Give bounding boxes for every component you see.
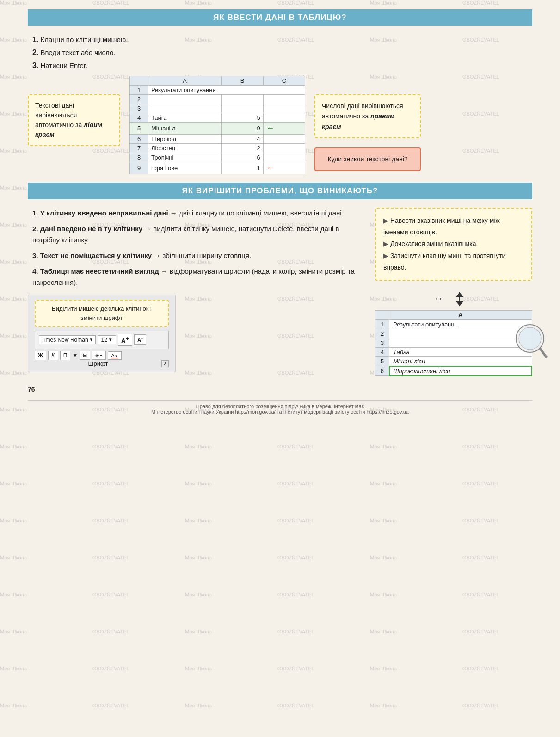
arrow-step-1: Навести вказівник миші на межу між імена… <box>383 215 524 238</box>
table-row: 3 <box>375 338 532 347</box>
font-size-input[interactable]: 12 ▼ <box>98 335 116 344</box>
table-row: 3 <box>130 104 305 113</box>
font-size-value: 12 <box>101 337 107 343</box>
problems-list: 1. У клітинку введено неправильні дані →… <box>28 208 361 288</box>
italic-button[interactable]: К <box>48 351 58 360</box>
intro-steps: 1. Клацни по клітинці мишею. 2. Введи те… <box>28 34 532 71</box>
col-header-empty <box>130 76 148 86</box>
table-row-highlighted: 5 Мішані л 9 ← <box>130 123 305 135</box>
page-content: ЯК ВВЕСТИ ДАНІ В ТАБЛИЦЮ? 1. Клацни по к… <box>0 0 560 424</box>
table-row: 1 Результати опитування <box>130 86 305 95</box>
magnifier-icon <box>509 321 551 362</box>
problem-item-1: 1. У клітинку введено неправильні дані →… <box>32 208 361 219</box>
spreadsheet1-wrapper: A B C 1 Результати опитування 2 <box>129 76 305 174</box>
font-callout-text: Виділити мишею декілька клітинок і зміни… <box>52 305 152 321</box>
font-label-text: Шрифт <box>35 360 161 367</box>
border-button[interactable]: ⊞ <box>80 351 90 360</box>
resize-cursor-svg <box>446 290 474 308</box>
svg-line-5 <box>540 349 546 357</box>
font-dialog-icon[interactable]: ↗ <box>161 360 169 367</box>
bold-button[interactable]: Ж <box>35 351 46 360</box>
font-size-arrow-icon: ▼ <box>108 337 113 342</box>
table-row: 5 Мішані ліси <box>375 356 532 366</box>
svg-marker-2 <box>456 301 463 306</box>
svg-point-4 <box>519 327 541 350</box>
arrow-step-3: Затиснути клавішу миші та протягнути впр… <box>383 250 524 273</box>
resize-arrows-indicator: ↔ <box>375 290 532 308</box>
section2-header: ЯК ВИРІШИТИ ПРОБЛЕМИ, ЩО ВИНИКАЮТЬ? <box>28 183 532 199</box>
section1-header: ЯК ВВЕСТИ ДАНІ В ТАБЛИЦЮ? <box>28 9 532 26</box>
dropdown-arrow-icon: ▼ <box>89 337 94 342</box>
problems-list-area: 1. У клітинку введено неправильні дані →… <box>28 208 361 376</box>
font-selector-box: Виділити мишею декілька клітинок і зміни… <box>28 295 176 372</box>
col-header-c: C <box>263 76 305 86</box>
underline-button[interactable]: П <box>60 351 71 360</box>
callout-missing-text-label: Куди зникли текстові дані? <box>327 155 407 163</box>
font-name-dropdown[interactable]: Times New Roman ▼ <box>39 335 96 344</box>
table-row: 2 <box>375 329 532 338</box>
section1-content: Текстові дані вирівнюються автоматично з… <box>28 76 532 174</box>
font-size-increase-button[interactable]: A+ <box>118 334 132 346</box>
problems-right-area: Навести вказівник миші на межу між імена… <box>375 208 532 376</box>
footer: Право для безоплатного розміщення підруч… <box>28 400 532 415</box>
step3: 3. Натисни Enter. <box>32 60 532 71</box>
col-header-b: B <box>222 76 263 86</box>
table-row: 2 <box>130 95 305 104</box>
table-row: 7 Лісостеп 2 <box>130 144 305 153</box>
footer-line2: Міністерство освіти і науки України http… <box>28 409 532 415</box>
font-color-button[interactable]: A▼ <box>108 351 121 360</box>
spreadsheet1: A B C 1 Результати опитування 2 <box>129 76 305 174</box>
spreadsheet2: A 1 Результати опитуванн... 2 <box>375 310 532 376</box>
callout-right-area: Числові дані вирівнюються автоматично за… <box>314 76 421 171</box>
font-toolbar-row2: Ж К П ▼ ⊞ ◈▼ A▼ <box>35 351 169 360</box>
step1: 1. Клацни по клітинці мишею. <box>32 34 532 45</box>
font-callout-label: Виділити мишею декілька клітинок і зміни… <box>35 300 169 327</box>
callout-missing-text: Куди зникли текстові дані? <box>314 147 421 171</box>
arrow-step-2: Дочекатися зміни вказівника. <box>383 238 524 250</box>
table-row: 9 гора Гове 1 ← <box>130 162 305 174</box>
fill-color-button[interactable]: ◈▼ <box>92 351 106 360</box>
problem-item-2: 2. Дані введено не в ту клітинку → виділ… <box>32 223 361 246</box>
font-name-value: Times New Roman <box>41 337 88 343</box>
col-header-empty2 <box>375 310 389 319</box>
problem-item-4: 4. Таблиця має неестетичний вигляд → від… <box>32 266 361 288</box>
callout-left-text: Текстові дані вирівнюються автоматично з… <box>35 102 102 138</box>
table-row: 4 Тайга 5 <box>130 113 305 123</box>
section2-title: ЯК ВИРІШИТИ ПРОБЛЕМИ, ЩО ВИНИКАЮТЬ? <box>182 186 378 195</box>
col-header-a: A <box>148 76 222 86</box>
page-number: 76 <box>28 386 532 393</box>
table-row: 8 Тропічні 6 <box>130 153 305 162</box>
step2: 2. Введи текст або число. <box>32 47 532 58</box>
problems-content: 1. У клітинку введено неправильні дані →… <box>28 208 532 376</box>
font-toolbar: Times New Roman ▼ 12 ▼ A+ A- <box>35 331 169 349</box>
table-row: 6 Широкол 4 <box>130 135 305 144</box>
arrow-steps-callout: Навести вказівник миші на межу між імена… <box>375 208 532 281</box>
green-arrow-icon: ← <box>266 123 275 133</box>
footer-line1: Право для безоплатного розміщення підруч… <box>28 404 532 409</box>
problem-item-3: 3. Текст не поміщається у клі­тинку → зб… <box>32 250 361 261</box>
font-size-decrease-button[interactable]: A- <box>134 334 146 345</box>
font-label-row: Шрифт ↗ <box>35 360 169 367</box>
small-spreadsheet-wrapper: ↔ A 1 <box>375 290 532 376</box>
table-row: 1 Результати опитуванн... <box>375 319 532 329</box>
callout-numeric-align: Числові дані вирівнюються автоматично за… <box>314 94 421 138</box>
section1-title: ЯК ВВЕСТИ ДАНІ В ТАБЛИЦЮ? <box>213 13 346 22</box>
table-row: 4 Тайга <box>375 347 532 356</box>
callout-text-align-left: Текстові дані вирівнюються автоматично з… <box>28 94 120 146</box>
col-header-a2: A <box>389 310 532 319</box>
svg-marker-1 <box>456 292 463 297</box>
red-arrow-icon: ← <box>266 163 275 172</box>
table-row-selected: 6 Широколистяні ліси <box>375 366 532 376</box>
